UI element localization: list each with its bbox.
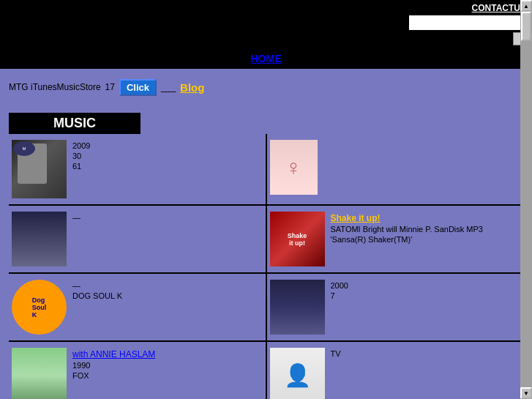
music-info-4right: TV — [331, 348, 341, 358]
banner: MTG iTunesMusicStore 17 Click ___ Blog — [0, 69, 532, 105]
album-thumb-dog: DogSoulK — [12, 280, 67, 335]
album-thumb-singer1: M — [12, 140, 67, 198]
dog-label: DOG SOUL K — [72, 291, 122, 300]
header-right: CONTACTUS — [409, 3, 526, 45]
search-input[interactable] — [409, 15, 526, 30]
music-header: MUSIC — [9, 113, 141, 134]
annie-year: 1990 — [72, 361, 155, 370]
scroll-track[interactable] — [520, 12, 532, 387]
music-year: 2009 — [72, 141, 90, 150]
content: MUSIC M 2009 30 61 — [0, 105, 532, 399]
click-button[interactable]: Click — [119, 79, 157, 96]
music-row-2-right: Shakeit up! Shake it up! SATOMI Bright w… — [266, 206, 524, 272]
music-row-3-left: DogSoulK — DOG SOUL K — [9, 274, 266, 340]
banner-number: 17 — [105, 82, 115, 92]
music-info-3left: — DOG SOUL K — [72, 280, 122, 300]
album-thumb-shake: Shakeit up! — [270, 212, 325, 266]
music-num1: 30 — [72, 152, 90, 160]
music-row-right — [266, 134, 524, 204]
music-info-2right: Shake it up! SATOMI Bright will Minnie P… — [331, 212, 483, 244]
shake-detail2: 'Sansa(R) Shaker(TM)' — [331, 235, 483, 244]
scroll-down-arrow[interactable]: ▼ — [520, 387, 532, 399]
blog-link[interactable]: Blog — [180, 81, 204, 94]
shake-detail: SATOMI Bright will Minnie P. SanDisk MP3 — [331, 225, 483, 234]
music-row-3: DogSoulK — DOG SOUL K 2000 7 — [9, 274, 523, 342]
scroll-thumb[interactable] — [521, 12, 531, 41]
album-logo: M — [13, 141, 35, 156]
album-thumb-landscape — [12, 348, 67, 399]
shake-it-up-link[interactable]: Shake it up! — [331, 213, 483, 223]
header: CONTACTUS — [0, 0, 532, 48]
music-row-left: M 2009 30 61 — [9, 134, 266, 204]
music-num2: 61 — [72, 162, 90, 171]
tv-label: TV — [331, 349, 341, 358]
music-info-4left: with ANNIE HASLAM 1990 FOX — [72, 348, 155, 380]
nav-bar: HOME — [0, 48, 532, 69]
music-row-3-right: 2000 7 — [266, 274, 524, 340]
dog-sep: — — [72, 281, 122, 290]
banner-separator: ___ — [161, 82, 176, 92]
annie-label2: FOX — [72, 371, 155, 380]
music-row-2-left: — — [9, 206, 266, 272]
music-sep: — — [72, 213, 80, 222]
music-row: M 2009 30 61 — [9, 134, 523, 206]
album-thumb-night — [12, 212, 67, 266]
scroll-up-arrow[interactable]: ▲ — [520, 0, 532, 12]
music-info: 2009 30 61 — [72, 140, 90, 171]
music-row-4: with ANNIE HASLAM 1990 FOX TV — [9, 342, 523, 399]
music-row-4-left: with ANNIE HASLAM 1990 FOX — [9, 342, 266, 399]
music-section: MUSIC M 2009 30 61 — [0, 105, 532, 399]
banner-store-text: MTG iTunesMusicStore — [9, 82, 101, 92]
contact-link[interactable]: CONTACTUS — [472, 3, 526, 13]
annie-haslam-link[interactable]: with ANNIE HASLAM — [72, 349, 155, 359]
album-thumb-city — [270, 280, 325, 335]
city-year: 2000 — [331, 281, 348, 290]
home-link[interactable]: HOME — [251, 53, 282, 64]
album-thumb-woman — [270, 140, 318, 195]
music-info-2left: — — [72, 212, 80, 222]
music-row-4-right: TV — [266, 342, 524, 399]
music-row-2: — Shakeit up! Shake it up! SATOMI Bright… — [9, 206, 523, 274]
city-num: 7 — [331, 291, 348, 300]
album-thumb-person2 — [270, 348, 325, 399]
scrollbar[interactable]: ▲ ▼ — [520, 0, 532, 399]
music-info-3right: 2000 7 — [331, 280, 348, 300]
